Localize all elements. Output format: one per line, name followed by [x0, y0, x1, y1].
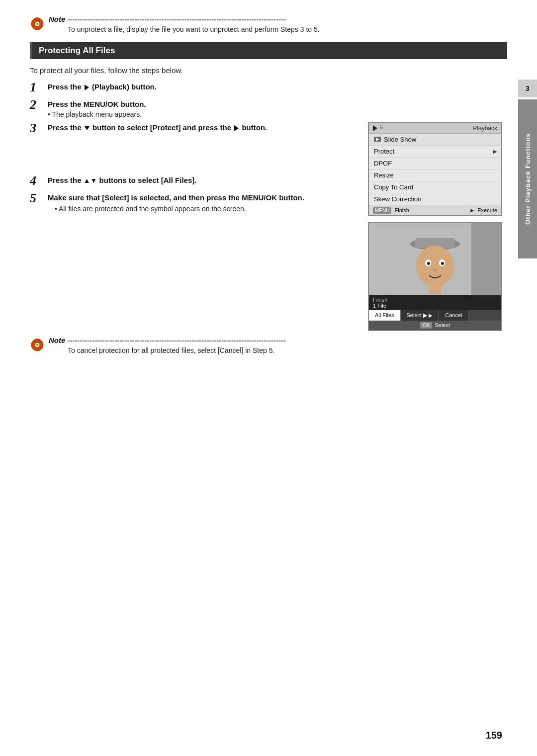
- intro-text: To protect all your files, follow the st…: [30, 66, 507, 75]
- note1-text: To unprotect a file, display the file yo…: [68, 25, 320, 33]
- menu-item-slideshow: ▶ Slide Show: [369, 134, 501, 146]
- menu-item-dpof: DPOF: [369, 158, 501, 169]
- svg-rect-12: [429, 286, 441, 294]
- menu-screen-header: ⠿ Playback: [369, 123, 501, 134]
- svg-point-2: [36, 23, 38, 25]
- step-2-text: Press the MENU/OK button.: [48, 99, 507, 109]
- section-header: Protecting All Files: [30, 42, 507, 59]
- protect-screen: Finish 1 File All Files Select ▶ Cancel: [368, 222, 502, 331]
- step-4-number: 4: [30, 174, 48, 188]
- step-3-content: Press the button to select [Protect] and…: [48, 122, 358, 133]
- menu-btn: MENU: [373, 207, 391, 214]
- header-title: Playback: [473, 125, 497, 132]
- ok-btn: OK: [420, 322, 432, 329]
- slideshow-icon: ▶: [374, 137, 381, 142]
- steps-left: 3 Press the button to select [Protect] a…: [30, 122, 358, 331]
- side-tab-number: 3: [518, 80, 537, 97]
- file-label: 1 File: [373, 303, 497, 309]
- svg-point-11: [433, 268, 437, 271]
- menu-item-skewcorrection: Skew Correction: [369, 193, 501, 205]
- grid-dots-icon: ⠿: [379, 125, 383, 131]
- step-1-text: Press the (Playback) button.: [48, 82, 507, 92]
- menu-screen-footer: MENU Finish ► Execute: [369, 205, 501, 215]
- step-4-text: Press the ▲▼ buttons to select [All File…: [48, 175, 358, 186]
- protect-ok-row: OK Select: [369, 321, 501, 330]
- step-3-row: 3 Press the button to select [Protect] a…: [30, 122, 358, 136]
- note1-content: Note -----------------------------------…: [49, 15, 320, 33]
- note1-label: Note: [49, 15, 65, 23]
- svg-point-10: [441, 262, 444, 265]
- protect-bar: Finish 1 File: [369, 295, 501, 310]
- step-4-row: 4 Press the ▲▼ buttons to select [All Fi…: [30, 175, 358, 188]
- step-2-content: Press the MENU/OK button. • The playback…: [48, 99, 507, 118]
- updown-icon: ▲▼: [84, 176, 97, 184]
- step-3-text: Press the button to select [Protect] and…: [48, 122, 358, 133]
- header-playback-icon: ⠿: [373, 125, 383, 131]
- step-4-content: Press the ▲▼ buttons to select [All File…: [48, 175, 358, 186]
- step-2-sub: • The playback menu appears.: [48, 110, 507, 118]
- svg-point-9: [427, 262, 430, 265]
- ok-action-label: Select: [435, 322, 450, 328]
- camera-image-area: [369, 223, 501, 295]
- note2-icon: [30, 337, 45, 352]
- step-1-number: 1: [30, 81, 48, 95]
- step-2-row: 2 Press the MENU/OK button. • The playba…: [30, 99, 507, 118]
- down-arrow-icon: [85, 126, 90, 130]
- menu-screen: ⠿ Playback ▶ Slide Show Protect DPOF Res…: [368, 122, 502, 216]
- play-icon: [373, 125, 377, 131]
- svg-rect-16: [35, 339, 40, 341]
- step-5-number: 5: [30, 191, 48, 206]
- note2-label: Note: [49, 336, 65, 344]
- note2-box: Note -----------------------------------…: [30, 336, 507, 354]
- step-1-row: 1 Press the (Playback) button.: [30, 82, 507, 95]
- note2-content: Note -----------------------------------…: [49, 336, 286, 354]
- step-5-text: Make sure that [Select] is selected, and…: [48, 192, 358, 203]
- page-container: 3 Other Playback Functions Note --------…: [0, 0, 537, 756]
- playback-icon-inline: [85, 84, 89, 90]
- finish-label: Finish: [373, 297, 497, 303]
- note1-box: Note -----------------------------------…: [30, 15, 507, 33]
- cartoon-face-svg: [405, 224, 465, 294]
- svg-rect-3: [35, 18, 40, 20]
- step-2-number: 2: [30, 98, 48, 112]
- step-5-content: Make sure that [Select] is selected, and…: [48, 192, 358, 213]
- right-arrow-icon: [234, 125, 239, 131]
- step-5-row: 5 Make sure that [Select] is selected, a…: [30, 192, 358, 213]
- menu-item-resize: Resize: [369, 169, 501, 181]
- svg-point-15: [36, 344, 38, 346]
- side-tab-label: Other Playback Functions: [518, 99, 537, 258]
- step-3-number: 3: [30, 121, 48, 136]
- note1-icon: [30, 16, 45, 31]
- note2-text: To cancel protection for all protected f…: [68, 346, 286, 354]
- menu-item-copytocard: Copy To Card: [369, 181, 501, 193]
- tab-cancel[interactable]: Cancel: [439, 310, 468, 321]
- tab-select[interactable]: Select ▶: [401, 310, 440, 321]
- screenshots-right: ⠿ Playback ▶ Slide Show Protect DPOF Res…: [368, 122, 507, 331]
- step-5-bullet: All files are protected and the symbol a…: [55, 205, 358, 213]
- step-1-content: Press the (Playback) button.: [48, 82, 507, 92]
- tab-all-files[interactable]: All Files: [369, 310, 401, 321]
- menu-item-protect: Protect: [369, 146, 501, 158]
- steps-screenshot-area: 3 Press the button to select [Protect] a…: [30, 122, 507, 331]
- svg-point-6: [416, 246, 454, 287]
- page-number: 159: [486, 730, 502, 741]
- camera-bg-right: [471, 223, 501, 295]
- protect-tabs[interactable]: All Files Select ▶ Cancel: [369, 310, 501, 321]
